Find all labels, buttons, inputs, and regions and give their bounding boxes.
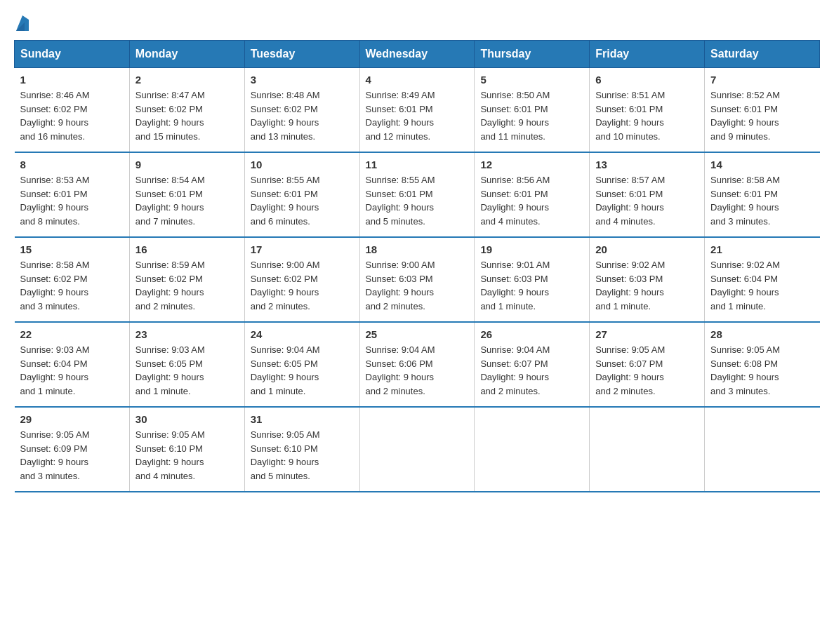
day-number: 21 xyxy=(710,243,814,255)
day-cell: 19Sunrise: 9:01 AMSunset: 6:03 PMDayligh… xyxy=(475,237,590,322)
day-number: 9 xyxy=(135,159,239,170)
week-row-3: 15Sunrise: 8:58 AMSunset: 6:02 PMDayligh… xyxy=(15,237,820,322)
day-cell: 22Sunrise: 9:03 AMSunset: 6:04 PMDayligh… xyxy=(15,322,130,407)
day-number: 15 xyxy=(20,243,124,255)
day-info: Sunrise: 8:56 AMSunset: 6:01 PMDaylight:… xyxy=(480,173,583,228)
day-cell xyxy=(475,407,590,492)
day-number: 3 xyxy=(251,74,354,86)
day-cell xyxy=(359,407,475,492)
day-info: Sunrise: 8:57 AMSunset: 6:01 PMDaylight:… xyxy=(595,173,699,228)
day-info: Sunrise: 8:54 AMSunset: 6:01 PMDaylight:… xyxy=(135,173,239,228)
day-cell: 24Sunrise: 9:04 AMSunset: 6:05 PMDayligh… xyxy=(244,322,359,407)
day-info: Sunrise: 8:55 AMSunset: 6:01 PMDaylight:… xyxy=(366,173,469,228)
day-info: Sunrise: 8:49 AMSunset: 6:01 PMDaylight:… xyxy=(366,88,469,143)
day-cell: 30Sunrise: 9:05 AMSunset: 6:10 PMDayligh… xyxy=(129,407,244,492)
day-number: 18 xyxy=(366,243,469,255)
day-number: 10 xyxy=(251,159,354,170)
day-number: 28 xyxy=(710,328,814,340)
day-number: 30 xyxy=(135,413,239,425)
calendar-table: SundayMondayTuesdayWednesdayThursdayFrid… xyxy=(14,40,820,492)
day-info: Sunrise: 9:00 AMSunset: 6:03 PMDaylight:… xyxy=(366,258,469,313)
column-header-thursday: Thursday xyxy=(475,41,590,68)
day-cell: 27Sunrise: 9:05 AMSunset: 6:07 PMDayligh… xyxy=(590,322,705,407)
day-cell: 10Sunrise: 8:55 AMSunset: 6:01 PMDayligh… xyxy=(244,152,359,237)
day-cell: 21Sunrise: 9:02 AMSunset: 6:04 PMDayligh… xyxy=(705,237,820,322)
day-cell: 20Sunrise: 9:02 AMSunset: 6:03 PMDayligh… xyxy=(590,237,705,322)
day-info: Sunrise: 9:04 AMSunset: 6:06 PMDaylight:… xyxy=(366,343,469,398)
day-number: 25 xyxy=(366,328,469,340)
logo xyxy=(14,14,29,33)
day-info: Sunrise: 8:58 AMSunset: 6:02 PMDaylight:… xyxy=(20,258,124,313)
day-cell: 15Sunrise: 8:58 AMSunset: 6:02 PMDayligh… xyxy=(15,237,130,322)
column-header-tuesday: Tuesday xyxy=(244,41,359,68)
day-info: Sunrise: 9:05 AMSunset: 6:10 PMDaylight:… xyxy=(251,428,354,483)
day-number: 19 xyxy=(480,243,583,255)
day-cell: 14Sunrise: 8:58 AMSunset: 6:01 PMDayligh… xyxy=(705,152,820,237)
day-info: Sunrise: 8:53 AMSunset: 6:01 PMDaylight:… xyxy=(20,173,124,228)
day-cell: 12Sunrise: 8:56 AMSunset: 6:01 PMDayligh… xyxy=(475,152,590,237)
day-info: Sunrise: 9:04 AMSunset: 6:07 PMDaylight:… xyxy=(480,343,583,398)
header-row: SundayMondayTuesdayWednesdayThursdayFrid… xyxy=(15,41,820,68)
day-number: 27 xyxy=(595,328,699,340)
day-number: 2 xyxy=(135,74,239,86)
day-info: Sunrise: 9:05 AMSunset: 6:10 PMDaylight:… xyxy=(135,428,239,483)
day-cell: 29Sunrise: 9:05 AMSunset: 6:09 PMDayligh… xyxy=(15,407,130,492)
day-number: 14 xyxy=(710,159,814,170)
day-number: 5 xyxy=(480,74,583,86)
logo-arrow-icon xyxy=(16,15,29,33)
day-cell: 1Sunrise: 8:46 AMSunset: 6:02 PMDaylight… xyxy=(15,68,130,153)
day-cell: 13Sunrise: 8:57 AMSunset: 6:01 PMDayligh… xyxy=(590,152,705,237)
day-number: 12 xyxy=(480,159,583,170)
day-info: Sunrise: 8:50 AMSunset: 6:01 PMDaylight:… xyxy=(480,88,583,143)
day-info: Sunrise: 9:05 AMSunset: 6:07 PMDaylight:… xyxy=(595,343,699,398)
day-number: 6 xyxy=(595,74,699,86)
day-number: 16 xyxy=(135,243,239,255)
day-info: Sunrise: 9:00 AMSunset: 6:02 PMDaylight:… xyxy=(251,258,354,313)
day-cell xyxy=(590,407,705,492)
column-header-sunday: Sunday xyxy=(15,41,130,68)
day-number: 17 xyxy=(251,243,354,255)
day-number: 20 xyxy=(595,243,699,255)
day-cell: 28Sunrise: 9:05 AMSunset: 6:08 PMDayligh… xyxy=(705,322,820,407)
day-cell: 23Sunrise: 9:03 AMSunset: 6:05 PMDayligh… xyxy=(129,322,244,407)
day-info: Sunrise: 9:03 AMSunset: 6:04 PMDaylight:… xyxy=(20,343,124,398)
day-cell: 25Sunrise: 9:04 AMSunset: 6:06 PMDayligh… xyxy=(359,322,475,407)
day-cell: 11Sunrise: 8:55 AMSunset: 6:01 PMDayligh… xyxy=(359,152,475,237)
day-info: Sunrise: 9:04 AMSunset: 6:05 PMDaylight:… xyxy=(251,343,354,398)
day-cell: 6Sunrise: 8:51 AMSunset: 6:01 PMDaylight… xyxy=(590,68,705,153)
day-info: Sunrise: 9:01 AMSunset: 6:03 PMDaylight:… xyxy=(480,258,583,313)
day-cell: 2Sunrise: 8:47 AMSunset: 6:02 PMDaylight… xyxy=(129,68,244,153)
day-cell: 16Sunrise: 8:59 AMSunset: 6:02 PMDayligh… xyxy=(129,237,244,322)
column-header-friday: Friday xyxy=(590,41,705,68)
day-info: Sunrise: 8:51 AMSunset: 6:01 PMDaylight:… xyxy=(595,88,699,143)
day-info: Sunrise: 8:52 AMSunset: 6:01 PMDaylight:… xyxy=(710,88,814,143)
day-cell: 9Sunrise: 8:54 AMSunset: 6:01 PMDaylight… xyxy=(129,152,244,237)
day-info: Sunrise: 8:48 AMSunset: 6:02 PMDaylight:… xyxy=(251,88,354,143)
week-row-1: 1Sunrise: 8:46 AMSunset: 6:02 PMDaylight… xyxy=(15,68,820,153)
day-cell: 7Sunrise: 8:52 AMSunset: 6:01 PMDaylight… xyxy=(705,68,820,153)
day-cell xyxy=(705,407,820,492)
column-header-saturday: Saturday xyxy=(705,41,820,68)
day-info: Sunrise: 8:58 AMSunset: 6:01 PMDaylight:… xyxy=(710,173,814,228)
day-info: Sunrise: 9:02 AMSunset: 6:03 PMDaylight:… xyxy=(595,258,699,313)
day-cell: 18Sunrise: 9:00 AMSunset: 6:03 PMDayligh… xyxy=(359,237,475,322)
day-info: Sunrise: 9:05 AMSunset: 6:08 PMDaylight:… xyxy=(710,343,814,398)
day-info: Sunrise: 9:03 AMSunset: 6:05 PMDaylight:… xyxy=(135,343,239,398)
column-header-monday: Monday xyxy=(129,41,244,68)
page-header xyxy=(14,14,820,33)
day-number: 29 xyxy=(20,413,124,425)
day-info: Sunrise: 9:02 AMSunset: 6:04 PMDaylight:… xyxy=(710,258,814,313)
week-row-2: 8Sunrise: 8:53 AMSunset: 6:01 PMDaylight… xyxy=(15,152,820,237)
day-info: Sunrise: 8:55 AMSunset: 6:01 PMDaylight:… xyxy=(251,173,354,228)
day-number: 7 xyxy=(710,74,814,86)
day-cell: 8Sunrise: 8:53 AMSunset: 6:01 PMDaylight… xyxy=(15,152,130,237)
day-number: 13 xyxy=(595,159,699,170)
day-cell: 3Sunrise: 8:48 AMSunset: 6:02 PMDaylight… xyxy=(244,68,359,153)
day-info: Sunrise: 8:59 AMSunset: 6:02 PMDaylight:… xyxy=(135,258,239,313)
day-number: 31 xyxy=(251,413,354,425)
day-cell: 17Sunrise: 9:00 AMSunset: 6:02 PMDayligh… xyxy=(244,237,359,322)
day-number: 24 xyxy=(251,328,354,340)
day-cell: 4Sunrise: 8:49 AMSunset: 6:01 PMDaylight… xyxy=(359,68,475,153)
day-cell: 26Sunrise: 9:04 AMSunset: 6:07 PMDayligh… xyxy=(475,322,590,407)
day-info: Sunrise: 9:05 AMSunset: 6:09 PMDaylight:… xyxy=(20,428,124,483)
